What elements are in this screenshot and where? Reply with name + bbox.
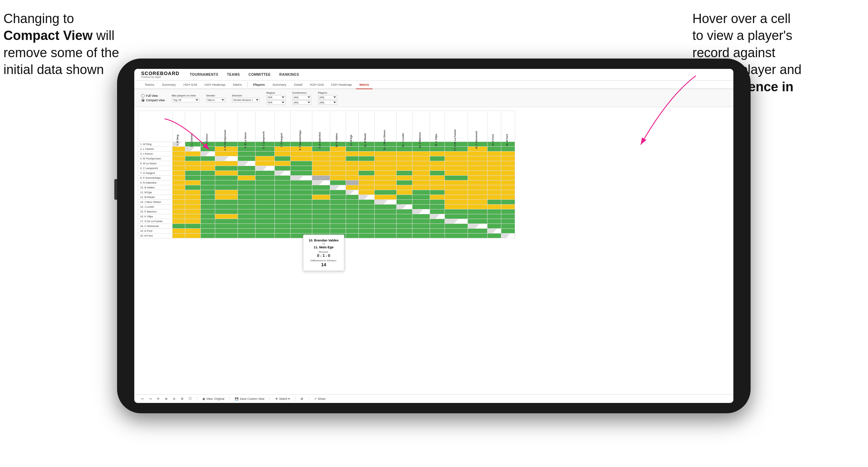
matrix-cell-6-2[interactable] <box>200 171 215 176</box>
matrix-cell-3-8[interactable] <box>312 156 330 161</box>
matrix-cell-15-10[interactable] <box>346 214 358 219</box>
matrix-cell-7-16[interactable] <box>445 176 468 180</box>
matrix-cell-18-16[interactable] <box>445 229 468 234</box>
tab-detail[interactable]: Detail <box>291 81 306 89</box>
matrix-cell-4-2[interactable] <box>200 161 215 166</box>
matrix-cell-3-11[interactable] <box>359 156 374 161</box>
matrix-cell-8-1[interactable] <box>185 180 200 185</box>
matrix-cell-17-6[interactable] <box>274 224 290 229</box>
matrix-cell-13-7[interactable] <box>290 205 312 209</box>
matrix-cell-1-18[interactable] <box>488 147 501 152</box>
matrix-cell-6-19[interactable] <box>501 171 515 176</box>
matrix-cell-12-6[interactable] <box>274 200 290 205</box>
matrix-cell-17-10[interactable] <box>346 224 358 229</box>
matrix-cell-19-16[interactable] <box>445 234 468 238</box>
matrix-cell-7-4[interactable] <box>238 176 255 180</box>
nav-rankings[interactable]: RANKINGS <box>279 73 299 76</box>
nav-committee[interactable]: COMMITTEE <box>249 73 271 76</box>
matrix-cell-15-12[interactable] <box>374 214 397 219</box>
matrix-cell-15-18[interactable] <box>488 214 501 219</box>
matrix-cell-12-4[interactable] <box>238 200 255 205</box>
matrix-cell-19-13[interactable] <box>397 234 412 238</box>
matrix-cell-13-3[interactable] <box>215 205 238 209</box>
matrix-cell-18-13[interactable] <box>397 229 412 234</box>
matrix-cell-1-10[interactable] <box>346 147 358 152</box>
matrix-cell-16-3[interactable] <box>215 219 238 224</box>
matrix-cell-13-11[interactable] <box>359 205 374 209</box>
matrix-cell-18-19[interactable] <box>501 229 515 234</box>
division-select[interactable]: NCAA Division I <box>232 98 260 102</box>
matrix-cell-9-6[interactable] <box>274 185 290 190</box>
matrix-cell-17-3[interactable] <box>215 224 238 229</box>
matrix-cell-10-19[interactable] <box>501 190 515 195</box>
matrix-cell-18-17[interactable] <box>468 229 488 234</box>
matrix-cell-17-12[interactable] <box>374 224 397 229</box>
nav-teams[interactable]: TEAMS <box>227 73 240 76</box>
matrix-cell-10-16[interactable] <box>445 190 468 195</box>
matrix-cell-7-5[interactable] <box>255 176 275 180</box>
matrix-cell-0-13[interactable] <box>397 142 412 147</box>
matrix-cell-13-15[interactable] <box>430 205 445 209</box>
matrix-cell-15-2[interactable] <box>200 214 215 219</box>
matrix-cell-12-15[interactable] <box>430 200 445 205</box>
matrix-cell-12-14[interactable] <box>412 200 430 205</box>
matrix-cell-13-8[interactable] <box>312 205 330 209</box>
tab-summary-1[interactable]: Summary <box>158 81 179 89</box>
matrix-cell-15-16[interactable] <box>445 214 468 219</box>
matrix-cell-18-5[interactable] <box>255 229 275 234</box>
matrix-cell-19-11[interactable] <box>359 234 374 238</box>
matrix-cell-1-0[interactable] <box>172 147 185 152</box>
matrix-cell-3-2[interactable] <box>200 156 215 161</box>
redo-button[interactable]: ↪ <box>149 397 152 401</box>
matrix-cell-5-9[interactable] <box>330 166 346 171</box>
matrix-cell-9-11[interactable] <box>359 185 374 190</box>
matrix-cell-5-16[interactable] <box>445 166 468 171</box>
matrix-cell-11-8[interactable] <box>312 195 330 200</box>
matrix-cell-12-10[interactable] <box>346 200 358 205</box>
matrix-cell-7-18[interactable] <box>488 176 501 180</box>
matrix-cell-0-11[interactable] <box>359 142 374 147</box>
matrix-cell-6-18[interactable] <box>488 171 501 176</box>
matrix-cell-10-10[interactable] <box>346 190 358 195</box>
matrix-cell-5-6[interactable] <box>274 166 290 171</box>
matrix-cell-5-3[interactable] <box>215 166 238 171</box>
matrix-cell-12-5[interactable] <box>255 200 275 205</box>
matrix-cell-13-12[interactable] <box>374 205 397 209</box>
matrix-cell-0-3[interactable] <box>215 142 238 147</box>
matrix-cell-9-3[interactable] <box>215 185 238 190</box>
matrix-cell-15-7[interactable] <box>290 214 312 219</box>
matrix-cell-7-12[interactable] <box>374 176 397 180</box>
matrix-cell-11-2[interactable] <box>200 195 215 200</box>
matrix-cell-1-19[interactable] <box>501 147 515 152</box>
matrix-cell-5-17[interactable] <box>468 166 488 171</box>
matrix-cell-3-10[interactable] <box>346 156 358 161</box>
matrix-cell-13-19[interactable] <box>501 205 515 209</box>
matrix-cell-15-14[interactable] <box>412 214 430 219</box>
matrix-cell-5-14[interactable] <box>412 166 430 171</box>
matrix-cell-8-4[interactable] <box>238 180 255 185</box>
matrix-cell-13-4[interactable] <box>238 205 255 209</box>
matrix-cell-9-9[interactable] <box>330 185 346 190</box>
matrix-cell-14-9[interactable] <box>330 209 346 214</box>
matrix-cell-17-4[interactable] <box>238 224 255 229</box>
matrix-cell-3-16[interactable] <box>445 156 468 161</box>
matrix-cell-3-19[interactable] <box>501 156 515 161</box>
matrix-cell-10-2[interactable] <box>200 190 215 195</box>
matrix-cell-14-14[interactable] <box>412 209 430 214</box>
matrix-cell-18-0[interactable] <box>172 229 185 234</box>
matrix-cell-15-17[interactable] <box>468 214 488 219</box>
matrix-cell-8-12[interactable] <box>374 180 397 185</box>
matrix-cell-6-12[interactable] <box>374 171 397 176</box>
matrix-cell-17-17[interactable] <box>468 224 488 229</box>
matrix-cell-9-7[interactable] <box>290 185 312 190</box>
matrix-cell-6-15[interactable] <box>430 171 445 176</box>
matrix-cell-11-19[interactable] <box>501 195 515 200</box>
watch-button[interactable]: 👁 Watch ▾ <box>275 397 290 401</box>
matrix-cell-7-6[interactable] <box>274 176 290 180</box>
matrix-cell-2-2[interactable] <box>200 152 215 156</box>
matrix-cell-13-14[interactable] <box>412 205 430 209</box>
matrix-cell-8-10[interactable] <box>346 180 358 185</box>
matrix-cell-1-2[interactable] <box>200 147 215 152</box>
matrix-cell-3-4[interactable] <box>238 156 255 161</box>
matrix-cell-12-8[interactable] <box>312 200 330 205</box>
